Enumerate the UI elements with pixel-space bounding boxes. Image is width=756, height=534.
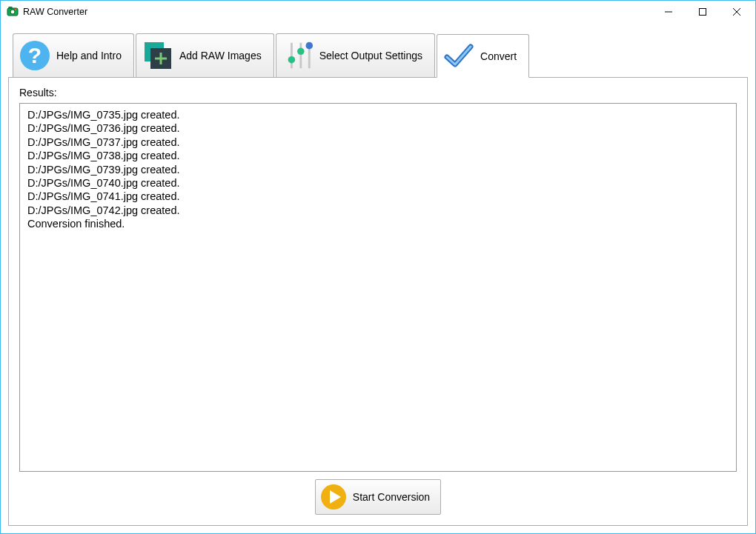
minimize-button[interactable] <box>651 1 686 23</box>
tab-label: Help and Intro <box>56 50 122 61</box>
window-title: RAW Converter <box>23 7 651 17</box>
app-icon <box>7 6 19 18</box>
tab-label: Add RAW Images <box>179 50 262 61</box>
tab-add-images[interactable]: Add RAW Images <box>136 33 274 77</box>
question-icon: ? <box>19 40 50 71</box>
svg-text:?: ? <box>28 43 42 67</box>
titlebar[interactable]: RAW Converter <box>1 1 755 23</box>
tab-help[interactable]: ? Help and Intro <box>13 33 134 77</box>
results-label: Results: <box>19 87 737 99</box>
tab-label: Convert <box>480 50 517 62</box>
window-controls <box>651 1 754 22</box>
results-textarea[interactable]: D:/JPGs/IMG_0735.jpg created. D:/JPGs/IM… <box>19 103 737 472</box>
tab-content: Results: D:/JPGs/IMG_0735.jpg created. D… <box>8 77 748 526</box>
tabstrip: ? Help and Intro Add RAW Images <box>13 33 748 77</box>
start-conversion-label: Start Conversion <box>353 491 430 503</box>
svg-point-18 <box>297 48 305 56</box>
close-button[interactable] <box>720 1 754 23</box>
client-area: ? Help and Intro Add RAW Images <box>1 23 755 533</box>
svg-rect-5 <box>700 9 706 16</box>
svg-point-1 <box>10 10 15 14</box>
maximize-button[interactable] <box>686 1 720 23</box>
svg-point-19 <box>305 42 313 50</box>
svg-rect-3 <box>15 9 16 10</box>
play-icon <box>320 484 347 510</box>
checkmark-icon <box>443 41 474 72</box>
bottom-row: Start Conversion <box>19 479 737 515</box>
sliders-icon <box>282 40 314 71</box>
start-conversion-button[interactable]: Start Conversion <box>315 479 441 515</box>
plus-icon <box>142 40 173 71</box>
svg-rect-2 <box>9 7 12 8</box>
tab-label: Select Output Settings <box>319 50 422 61</box>
app-window: RAW Converter ? Help and Int <box>0 0 756 534</box>
tab-convert[interactable]: Convert <box>437 34 529 78</box>
tab-output-settings[interactable]: Select Output Settings <box>276 33 435 77</box>
svg-point-17 <box>288 56 295 64</box>
